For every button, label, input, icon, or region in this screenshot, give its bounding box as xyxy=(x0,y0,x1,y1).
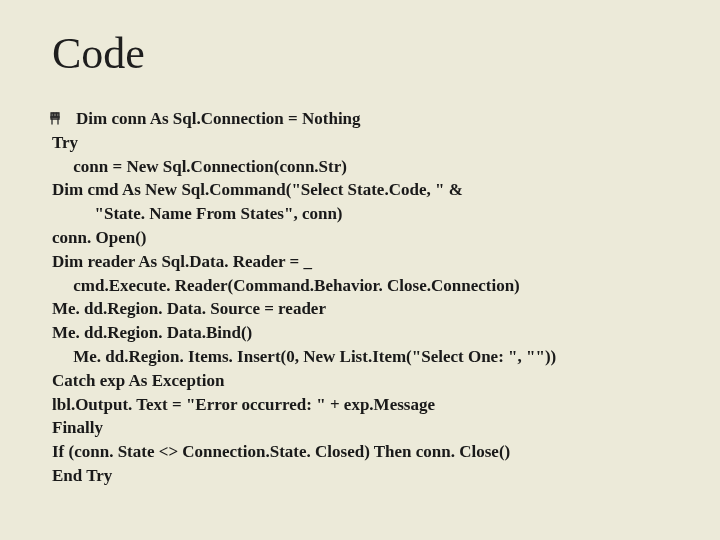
code-line: "State. Name From States", conn) xyxy=(52,202,668,226)
bullet-item: Dim conn As Sql.Connection = Nothing xyxy=(52,107,668,131)
code-line: conn = New Sql.Connection(conn.Str) xyxy=(52,155,668,179)
code-line: Dim cmd As New Sql.Command("Select State… xyxy=(52,178,668,202)
slide-title: Code xyxy=(52,28,668,79)
code-line: End Try xyxy=(52,464,668,488)
code-line: conn. Open() xyxy=(52,226,668,250)
code-line: cmd.Execute. Reader(Command.Behavior. Cl… xyxy=(52,274,668,298)
code-line: Me. dd.Region. Data. Source = reader xyxy=(52,297,668,321)
code-line: Dim conn As Sql.Connection = Nothing xyxy=(52,109,361,128)
code-line: Me. dd.Region. Items. Insert(0, New List… xyxy=(52,345,668,369)
code-body: Dim conn As Sql.Connection = Nothing Try… xyxy=(52,107,668,488)
code-line: Try xyxy=(52,131,668,155)
slide: Code Dim conn As Sql.Connection = Nothin… xyxy=(0,0,720,540)
code-line: Dim reader As Sql.Data. Reader = _ xyxy=(52,250,668,274)
code-line: lbl.Output. Text = "Error occurred: " + … xyxy=(52,393,668,417)
code-line: Catch exp As Exception xyxy=(52,369,668,393)
chair-icon xyxy=(48,111,62,125)
code-line: If (conn. State <> Connection.State. Clo… xyxy=(52,440,668,464)
code-line: Finally xyxy=(52,416,668,440)
code-line: Me. dd.Region. Data.Bind() xyxy=(52,321,668,345)
